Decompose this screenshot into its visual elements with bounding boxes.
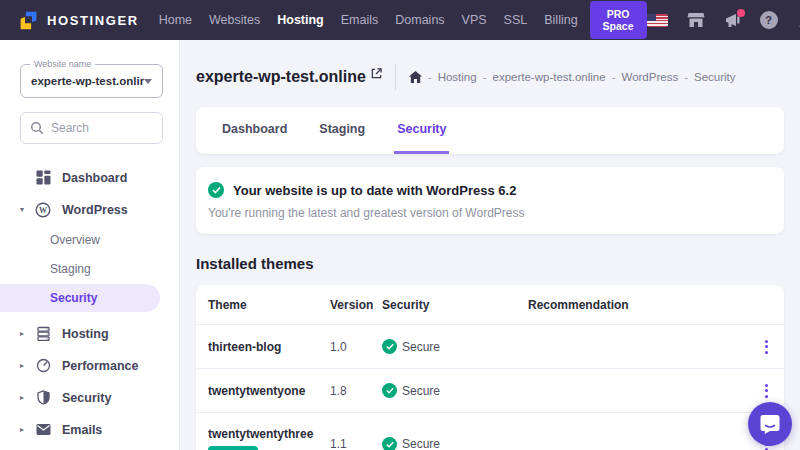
nav-item-emails[interactable]: Emails <box>341 13 379 27</box>
account-button[interactable] <box>797 12 800 29</box>
sidebar-item-emails[interactable]: ▸ Emails <box>0 414 179 445</box>
table-row: twentytwentyone 1.8 Secure <box>196 369 784 413</box>
us-flag-icon <box>647 14 668 27</box>
row-actions-menu[interactable] <box>761 380 772 402</box>
breadcrumb: - Hosting - experte-wp-test.online - Wor… <box>409 71 736 83</box>
wordpress-icon: W <box>35 202 51 218</box>
brand-name: HOSTINGER <box>47 13 139 28</box>
check-circle-icon <box>382 339 397 354</box>
sidebar-item-label: Dashboard <box>62 171 127 185</box>
theme-version: 1.8 <box>330 384 382 398</box>
row-actions-menu[interactable] <box>761 336 772 358</box>
marketplace-button[interactable] <box>687 12 705 28</box>
header-divider <box>395 64 396 90</box>
website-select[interactable]: Website name experte-wp-test.online <box>20 64 163 98</box>
server-icon <box>35 326 51 342</box>
caret-down-icon: ▾ <box>20 205 35 214</box>
nav-item-ssl[interactable]: SSL <box>504 13 528 27</box>
nav-item-home[interactable]: Home <box>159 13 192 27</box>
theme-name: thirteen-blog <box>208 340 330 354</box>
primary-nav: Home Websites Hosting Emails Domains VPS… <box>159 13 578 27</box>
language-flag-button[interactable] <box>647 14 668 27</box>
caret-right-icon: ▸ <box>20 393 35 402</box>
check-circle-icon <box>382 383 397 398</box>
table-header-row: Theme Version Security Recommendation <box>196 285 784 325</box>
caret-right-icon: ▸ <box>20 361 35 370</box>
col-security: Security <box>382 298 528 312</box>
dashboard-icon <box>35 170 51 186</box>
installed-themes-title: Installed themes <box>196 255 784 272</box>
breadcrumb-hosting[interactable]: Hosting <box>438 71 477 83</box>
check-circle-icon <box>382 437 397 450</box>
home-icon[interactable] <box>409 71 422 83</box>
external-link-icon[interactable] <box>371 68 382 79</box>
chat-bubble-icon <box>759 413 781 435</box>
notification-dot <box>737 9 745 17</box>
col-version: Version <box>330 298 382 312</box>
sidebar-item-label: WordPress <box>62 203 128 217</box>
chevron-down-icon <box>144 79 152 84</box>
caret-right-icon: ▸ <box>20 329 35 338</box>
theme-name: twentytwentythree <box>208 427 313 441</box>
search-input[interactable] <box>51 121 151 135</box>
sidebar-item-wordpress[interactable]: ▾ W WordPress <box>0 194 179 225</box>
sidebar: Website name experte-wp-test.online <box>0 40 180 450</box>
sidebar-subitem-staging[interactable]: Staging <box>0 255 179 283</box>
sidebar-item-label: Performance <box>62 359 138 373</box>
wordpress-status-alert: Your website is up to date with WordPres… <box>196 167 784 234</box>
website-select-value: experte-wp-test.online <box>31 75 144 87</box>
chat-launcher-button[interactable] <box>748 402 792 446</box>
sidebar-item-performance[interactable]: ▸ Performance <box>0 350 179 381</box>
page-header: experte-wp-test.online - Hosting - exper… <box>196 64 784 90</box>
nav-item-hosting[interactable]: Hosting <box>277 13 324 27</box>
page-title: experte-wp-test.online <box>196 68 366 86</box>
col-theme: Theme <box>208 298 330 312</box>
caret-right-icon: ▸ <box>20 425 35 434</box>
gauge-icon <box>35 358 51 374</box>
sidebar-search[interactable] <box>20 112 163 144</box>
tab-security[interactable]: Security <box>394 107 449 154</box>
marketplace-icon <box>687 12 705 28</box>
breadcrumb-security: Security <box>694 71 736 83</box>
col-recommendation: Recommendation <box>528 298 748 312</box>
active-badge: ACTIVE <box>208 446 258 450</box>
shield-icon <box>35 390 51 406</box>
security-status: Secure <box>382 339 528 354</box>
sidebar-menu: Dashboard ▾ W WordPress Overview Staging… <box>0 162 179 445</box>
main-content: experte-wp-test.online - Hosting - exper… <box>180 40 800 450</box>
sidebar-subitem-overview[interactable]: Overview <box>0 226 179 254</box>
sidebar-item-dashboard[interactable]: Dashboard <box>0 162 179 193</box>
tab-dashboard[interactable]: Dashboard <box>219 107 290 154</box>
alert-title: Your website is up to date with WordPres… <box>233 183 516 198</box>
sidebar-item-hosting[interactable]: ▸ Hosting <box>0 318 179 349</box>
help-button[interactable]: ? <box>760 11 778 29</box>
theme-version: 1.1 <box>330 437 382 450</box>
sidebar-subitem-security[interactable]: Security <box>0 284 160 312</box>
security-status: Secure <box>382 437 528 450</box>
nav-item-billing[interactable]: Billing <box>544 13 577 27</box>
hostinger-logo[interactable]: HOSTINGER <box>18 10 139 31</box>
table-row: thirteen-blog 1.0 Secure <box>196 325 784 369</box>
breadcrumb-website[interactable]: experte-wp-test.online <box>493 71 606 83</box>
envelope-icon <box>35 422 51 438</box>
svg-text:W: W <box>39 205 47 214</box>
sidebar-item-label: Security <box>62 391 111 405</box>
search-icon <box>30 121 44 135</box>
table-row: twentytwentythree ACTIVE 1.1 Secure <box>196 413 784 450</box>
themes-table: Theme Version Security Recommendation th… <box>196 285 784 450</box>
hostinger-h-icon <box>18 10 39 31</box>
help-icon: ? <box>760 11 778 29</box>
nav-item-websites[interactable]: Websites <box>209 13 260 27</box>
top-navbar: HOSTINGER Home Websites Hosting Emails D… <box>0 0 800 40</box>
breadcrumb-wordpress[interactable]: WordPress <box>622 71 679 83</box>
pro-space-button[interactable]: PRO Space <box>590 1 647 39</box>
announcements-button[interactable] <box>724 12 741 28</box>
tabs-bar: Dashboard Staging Security <box>196 107 784 154</box>
sidebar-item-security[interactable]: ▸ Security <box>0 382 179 413</box>
nav-item-domains[interactable]: Domains <box>395 13 444 27</box>
account-icon <box>797 12 800 29</box>
nav-item-vps[interactable]: VPS <box>462 13 487 27</box>
security-status: Secure <box>382 383 528 398</box>
tab-staging[interactable]: Staging <box>316 107 368 154</box>
theme-version: 1.0 <box>330 340 382 354</box>
